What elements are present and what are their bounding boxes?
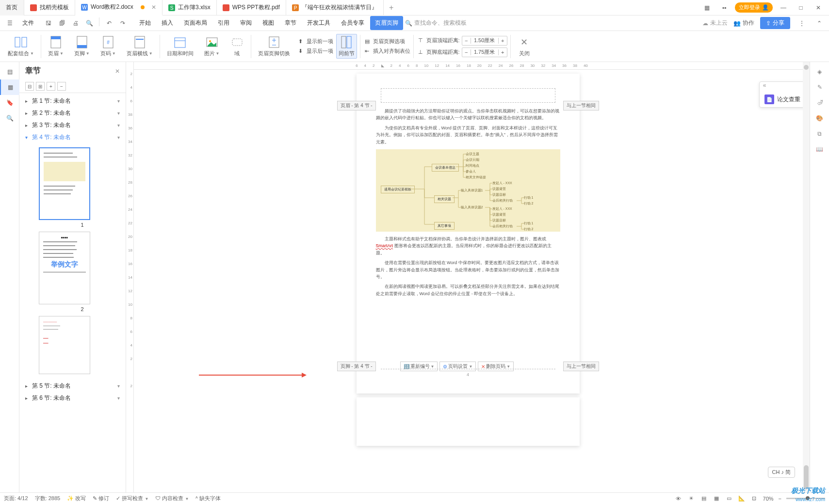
view-mode-2-icon[interactable]: ▦ (713, 495, 720, 503)
ime-indicator[interactable]: CH ♪ 简 (768, 467, 796, 478)
page-thumbnail-2[interactable]: ■■■■ 举例文字 (39, 232, 90, 304)
ribbon-switch[interactable]: 页眉页脚切换 (254, 35, 294, 57)
increase-button[interactable]: + (498, 38, 507, 44)
ribbon-header[interactable]: 页眉▼ (44, 35, 67, 57)
scrollbar-thumb[interactable] (804, 465, 809, 489)
sun-icon[interactable]: ☀ (687, 495, 695, 503)
tab-ppt[interactable]: P 『端午狂欢祝福浓情满节日』 (286, 0, 384, 16)
ruler-icon[interactable]: 📐 (738, 495, 746, 503)
ribbon-field[interactable]: 域 (227, 35, 248, 57)
nav-section-5[interactable]: ▸第 5 节: 未命名▾ (19, 380, 126, 392)
book-icon[interactable]: 📖 (814, 143, 826, 155)
menu-hamburger-icon[interactable]: ☰ (4, 17, 16, 29)
menu-tab-member[interactable]: 会员专享 (336, 16, 369, 30)
header-zone[interactable] (381, 88, 555, 103)
nav-section-2[interactable]: ▸第 2 节: 未命名▾ (19, 107, 126, 119)
search-icon[interactable]: 🔍 (0, 110, 19, 126)
ribbon-hline[interactable]: 页眉横线▼ (123, 35, 157, 57)
menu-tab-start[interactable]: 开始 (134, 16, 156, 30)
vertical-scrollbar[interactable] (803, 62, 810, 492)
rewrite-status[interactable]: ✨ 改写 (67, 495, 86, 502)
nav-remove-icon[interactable]: − (57, 82, 66, 91)
layers-icon[interactable]: ⧉ (814, 128, 826, 140)
save-icon[interactable]: 🖫 (43, 17, 54, 29)
print-icon[interactable]: 🖨 (70, 17, 81, 29)
nav-section-3[interactable]: ▸第 3 节: 未命名▾ (19, 119, 126, 131)
palette-icon[interactable]: 🎨 (814, 112, 826, 124)
ribbon-close[interactable]: ✕ 关闭 (514, 35, 535, 57)
eye-icon[interactable]: 👁 (675, 495, 683, 503)
ribbon-picture[interactable]: 图片▼ (200, 35, 224, 57)
ribbon-show-next[interactable]: ⬇显示后一项 (297, 47, 333, 55)
menu-tab-chapter[interactable]: 章节 (280, 16, 301, 30)
pen-icon[interactable]: ✎ (814, 81, 826, 93)
page-counter[interactable]: 页面: 4/12 (4, 495, 28, 502)
header-same-link[interactable]: 与上一节相同 (563, 101, 599, 110)
page-setup-button[interactable]: ⚙页码设置▼ (439, 362, 476, 371)
ribbon-align-tab[interactable]: ⇤插入对齐制表位 (363, 47, 410, 55)
chevron-down-icon[interactable]: ▾ (117, 383, 120, 389)
diamond-icon[interactable]: ◈ (814, 66, 826, 78)
nav-section-1[interactable]: ▸第 1 节: 未命名▾ (19, 95, 126, 107)
footer-same-link[interactable]: 与上一节相同 (563, 362, 599, 371)
zoom-level[interactable]: 70% (763, 496, 774, 502)
more-icon[interactable]: ⋮ (796, 17, 808, 29)
redo-icon[interactable]: ↷ (117, 17, 129, 29)
zoom-out-button[interactable]: − (779, 496, 781, 502)
maximize-button[interactable]: □ (794, 1, 808, 15)
close-icon[interactable]: ✕ (151, 4, 156, 11)
ribbon-options[interactable]: ▤页眉页脚选项 (363, 38, 410, 46)
nav-collapse-all-icon[interactable]: ⊟ (25, 82, 34, 91)
page-thumbnail-1[interactable] (39, 147, 90, 220)
header-dist-spinner[interactable]: − 1.50厘米 + (462, 36, 507, 46)
menu-tab-header-footer[interactable]: 页眉页脚 (370, 16, 403, 30)
revision-status[interactable]: ✎ 修订 (93, 495, 109, 502)
chevron-down-icon[interactable]: ▾ (117, 98, 120, 104)
check-duplication-button[interactable]: 📄 论文查重 (760, 92, 805, 107)
print-preview-icon[interactable]: 🔍 (83, 17, 95, 29)
nav-close-button[interactable]: ✕ (115, 68, 120, 75)
cursor-icon[interactable]: ⮰ (814, 97, 826, 109)
menu-tab-insert[interactable]: 插入 (157, 16, 178, 30)
save-as-icon[interactable]: 🗐 (56, 17, 68, 29)
chevron-down-icon[interactable]: ▾ (117, 123, 120, 128)
chevron-down-icon[interactable]: ▾ (117, 395, 120, 401)
cloud-status[interactable]: ☁未上云 (702, 19, 728, 27)
nav-section-6[interactable]: ▸第 6 节: 未命名▾ (19, 392, 126, 404)
decrease-button[interactable]: − (462, 49, 471, 55)
ribbon-datetime[interactable]: 日期和时间 (163, 35, 197, 57)
tab-excel[interactable]: S 工作簿3.xlsx (163, 0, 217, 16)
menu-tab-reference[interactable]: 引用 (213, 16, 234, 30)
collapse-icon[interactable]: « (760, 82, 769, 92)
tab-pdf[interactable]: WPS PPT教程.pdf (217, 0, 286, 16)
ribbon-pagenum[interactable]: # 页码▼ (97, 35, 120, 57)
grid-icon[interactable]: ▦ (700, 1, 714, 15)
delete-pagenum-button[interactable]: ✕删除页码▼ (478, 362, 514, 371)
document-canvas[interactable]: 24638363432302826242220181614121086422 6… (126, 62, 810, 492)
footer-dist-spinner[interactable]: − 1.75厘米 + (462, 47, 507, 57)
ribbon-footer[interactable]: 页脚▼ (70, 35, 94, 57)
view-mode-3-icon[interactable]: ▭ (725, 495, 733, 503)
scroll-up-icon[interactable] (804, 65, 809, 70)
content-check-status[interactable]: 🛡 内容检查 ▼ (155, 495, 189, 502)
apps-icon[interactable]: ▪▪ (717, 1, 731, 15)
menu-file[interactable]: 文件 (17, 17, 39, 29)
share-button[interactable]: ⇪分享 (760, 17, 790, 29)
word-count[interactable]: 字数: 2885 (35, 495, 61, 502)
chevron-down-icon[interactable]: ▾ (117, 135, 120, 140)
minimize-button[interactable]: — (777, 1, 790, 15)
tab-word-doc[interactable]: W Word教程2.docx ✕ (75, 0, 163, 16)
nav-expand-all-icon[interactable]: ⊞ (36, 82, 45, 91)
command-search[interactable]: 🔍 查找命令、搜索模板 (405, 19, 467, 27)
login-button[interactable]: 立即登录👤 (735, 2, 773, 13)
collapse-ribbon-icon[interactable]: ⌃ (813, 17, 825, 29)
ribbon-paired[interactable]: 配套组合▼ (4, 35, 38, 57)
thumbnail-view-icon[interactable]: ▤ (0, 64, 19, 79)
spellcheck-status[interactable]: ✓ 拼写检查 ▼ (116, 495, 148, 502)
undo-icon[interactable]: ↶ (103, 17, 115, 29)
ribbon-same-section[interactable]: 同前节 (336, 34, 357, 59)
ribbon-show-prev[interactable]: ⬆显示前一项 (297, 38, 333, 46)
outline-view-icon[interactable]: ▦ (0, 79, 19, 95)
zoom-fit-icon[interactable]: ⊡ (750, 495, 758, 503)
bookmark-icon[interactable]: 🔖 (0, 95, 19, 110)
